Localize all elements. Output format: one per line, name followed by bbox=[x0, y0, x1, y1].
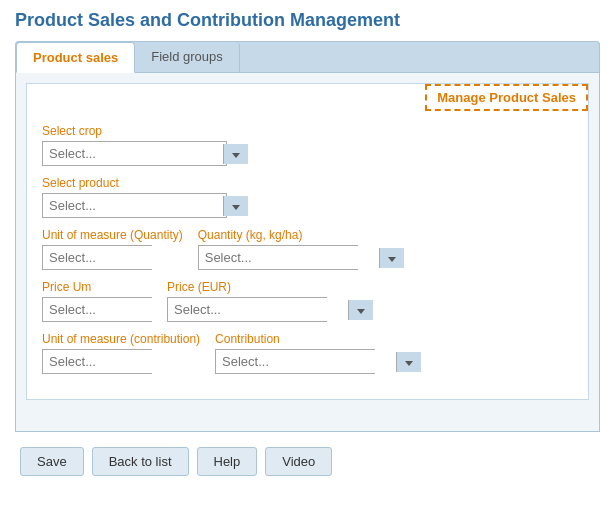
select-crop-btn[interactable] bbox=[223, 144, 248, 164]
contribution-group: Contribution bbox=[215, 332, 375, 374]
unit-measure-contrib-group: Unit of measure (contribution) bbox=[42, 332, 200, 374]
quantity-wrapper[interactable] bbox=[198, 245, 358, 270]
chevron-down-icon bbox=[232, 153, 240, 158]
unit-measure-qty-input[interactable] bbox=[43, 246, 223, 269]
unit-measure-contrib-label: Unit of measure (contribution) bbox=[42, 332, 200, 346]
help-button[interactable]: Help bbox=[197, 447, 258, 476]
quantity-btn[interactable] bbox=[379, 248, 404, 268]
price-eur-wrapper[interactable] bbox=[167, 297, 327, 322]
price-eur-group: Price (EUR) bbox=[167, 280, 327, 322]
contribution-btn[interactable] bbox=[396, 352, 421, 372]
row-price: Price Um Price (EUR) bbox=[42, 280, 573, 322]
chevron-down-icon bbox=[357, 309, 365, 314]
manage-product-sales-button[interactable]: Manage Product Sales bbox=[425, 84, 588, 111]
select-crop-label: Select crop bbox=[42, 124, 573, 138]
select-product-btn[interactable] bbox=[223, 196, 248, 216]
tab-product-sales[interactable]: Product sales bbox=[16, 42, 135, 73]
tab-content: Manage Product Sales Select crop Select … bbox=[15, 72, 600, 432]
price-eur-input[interactable] bbox=[168, 298, 348, 321]
price-um-wrapper[interactable] bbox=[42, 297, 152, 322]
unit-measure-contrib-wrapper[interactable] bbox=[42, 349, 152, 374]
quantity-group: Quantity (kg, kg/ha) bbox=[198, 228, 358, 270]
tab-field-groups[interactable]: Field groups bbox=[135, 42, 240, 72]
unit-measure-qty-label: Unit of measure (Quantity) bbox=[42, 228, 183, 242]
save-button[interactable]: Save bbox=[20, 447, 84, 476]
select-crop-input[interactable] bbox=[43, 142, 223, 165]
unit-measure-qty-wrapper[interactable] bbox=[42, 245, 152, 270]
select-crop-wrapper[interactable] bbox=[42, 141, 227, 166]
contribution-input[interactable] bbox=[216, 350, 396, 373]
back-to-list-button[interactable]: Back to list bbox=[92, 447, 189, 476]
page-title: Product Sales and Contribution Managemen… bbox=[15, 10, 600, 31]
unit-measure-qty-group: Unit of measure (Quantity) bbox=[42, 228, 183, 270]
chevron-down-icon bbox=[232, 205, 240, 210]
price-eur-btn[interactable] bbox=[348, 300, 373, 320]
select-product-group: Select product bbox=[42, 176, 573, 218]
select-product-label: Select product bbox=[42, 176, 573, 190]
price-um-group: Price Um bbox=[42, 280, 152, 322]
select-product-wrapper[interactable] bbox=[42, 193, 227, 218]
row-contribution: Unit of measure (contribution) Contribut… bbox=[42, 332, 573, 374]
chevron-down-icon bbox=[388, 257, 396, 262]
select-crop-group: Select crop bbox=[42, 124, 573, 166]
contribution-label: Contribution bbox=[215, 332, 375, 346]
footer-buttons: Save Back to list Help Video bbox=[15, 447, 600, 476]
chevron-down-icon bbox=[405, 361, 413, 366]
select-product-input[interactable] bbox=[43, 194, 223, 217]
price-um-label: Price Um bbox=[42, 280, 152, 294]
form-card: Manage Product Sales Select crop Select … bbox=[26, 83, 589, 400]
price-eur-label: Price (EUR) bbox=[167, 280, 327, 294]
quantity-input[interactable] bbox=[199, 246, 379, 269]
row-unit-quantity: Unit of measure (Quantity) Quantity (kg,… bbox=[42, 228, 573, 270]
tabs-bar: Product sales Field groups bbox=[15, 41, 600, 72]
unit-measure-contrib-input[interactable] bbox=[43, 350, 223, 373]
video-button[interactable]: Video bbox=[265, 447, 332, 476]
quantity-label: Quantity (kg, kg/ha) bbox=[198, 228, 358, 242]
contribution-wrapper[interactable] bbox=[215, 349, 375, 374]
